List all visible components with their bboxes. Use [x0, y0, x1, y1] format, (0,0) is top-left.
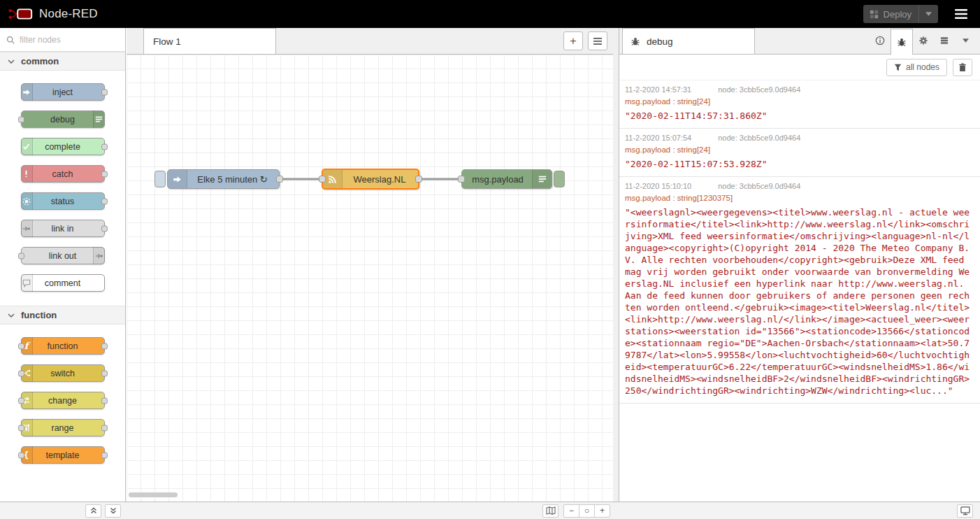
message-payload[interactable]: "<weerslagnl><weergegevens><titel>www.we… — [625, 206, 974, 397]
palette-node-link-out[interactable]: link out — [21, 247, 105, 264]
output-port[interactable] — [415, 176, 422, 183]
message-property[interactable]: msg.payload : string[24] — [625, 97, 974, 106]
debug-message[interactable]: 11-2-2020 15:10:10 node: 3cbb5ce9.0d9464… — [619, 177, 980, 404]
add-flow-button[interactable]: + — [563, 31, 583, 50]
debug-sidebar-tab[interactable] — [891, 29, 913, 55]
tab-debug[interactable]: debug — [622, 28, 755, 54]
palette-node-template[interactable]: { template — [21, 446, 105, 464]
tab-flow-1[interactable]: Flow 1 — [143, 28, 276, 54]
message-property[interactable]: msg.payload : string[1230375] — [625, 194, 974, 202]
message-node-id: node: 3cbb5ce9.0d9464 — [718, 134, 800, 142]
filter-funnel-icon — [894, 64, 902, 71]
palette-node-label: catch — [52, 169, 73, 179]
context-sidebar-tab[interactable] — [934, 29, 955, 51]
canvas-horizontal-scrollbar[interactable] — [129, 492, 611, 497]
wires-layer — [127, 55, 613, 502]
palette-node-comment[interactable]: comment — [21, 274, 105, 292]
output-port[interactable] — [276, 176, 283, 183]
exclamation-icon — [21, 165, 33, 183]
zoom-out-button[interactable]: − — [563, 504, 579, 518]
debug-message[interactable]: 11-2-2020 14:57:31 node: 3cbb5ce9.0d9464… — [619, 80, 980, 129]
flow-node-weerslag[interactable]: Weerslag.NL — [322, 169, 419, 190]
workspace-tabbar: Flow 1 + — [127, 28, 613, 55]
debug-message-list: 11-2-2020 14:57:31 node: 3cbb5ce9.0d9464… — [619, 80, 980, 502]
weerslag-node-label: Weerslag.NL — [354, 174, 406, 185]
palette-node-status[interactable]: status — [21, 192, 105, 210]
message-timestamp: 11-2-2020 15:10:10 — [625, 182, 691, 190]
palette-node-function[interactable]: f function — [21, 337, 105, 355]
status-dot-icon — [21, 192, 33, 210]
palette-node-switch[interactable]: switch — [21, 364, 105, 382]
inject-trigger-button[interactable] — [154, 171, 166, 187]
palette-node-range[interactable]: range — [21, 419, 105, 436]
repeat-indicator-icon: ↻ — [260, 174, 268, 185]
trash-icon — [958, 63, 967, 72]
double-chevron-down-icon — [110, 507, 117, 514]
flow-node-debug[interactable]: msg.payload — [461, 169, 552, 189]
node-red-logo-icon — [7, 6, 34, 22]
palette-node-label: complete — [45, 142, 80, 152]
monitor-icon — [960, 506, 970, 516]
lines-icon — [532, 170, 552, 188]
rss-feed-icon — [323, 170, 343, 188]
search-icon — [6, 36, 15, 44]
collapse-all-categories-button[interactable] — [85, 504, 101, 518]
palette-category-common[interactable]: common — [0, 52, 125, 71]
clear-debug-button[interactable] — [953, 59, 972, 76]
info-icon — [875, 36, 885, 45]
open-debug-window-button[interactable] — [957, 504, 973, 518]
main-menu-button[interactable] — [952, 6, 970, 22]
app-title: Node-RED — [39, 7, 98, 21]
palette-node-catch[interactable]: catch — [21, 165, 105, 183]
palette-node-debug[interactable]: debug — [21, 111, 105, 128]
expand-all-categories-button[interactable] — [105, 504, 121, 518]
config-sidebar-tab[interactable] — [913, 29, 934, 51]
inject-arrow-icon — [168, 170, 187, 188]
zoom-controls: − ○ + — [563, 504, 610, 518]
output-port — [101, 143, 108, 150]
palette-node-link-in[interactable]: link in — [21, 220, 105, 237]
plus-icon: + — [570, 35, 576, 48]
palette-search — [0, 28, 125, 52]
layers-icon — [939, 36, 949, 45]
deploy-button[interactable]: Deploy — [863, 5, 938, 23]
flow-list-button[interactable] — [588, 31, 607, 50]
node-palette: common inject debug complete — [0, 28, 126, 502]
palette-node-label: function — [48, 341, 78, 351]
output-port — [101, 370, 108, 376]
debug-message[interactable]: 11-2-2020 15:07:54 node: 3cbb5ce9.0d9464… — [619, 129, 980, 177]
palette-filter-input[interactable] — [20, 35, 119, 45]
sidebar-tabbar: debug — [619, 28, 980, 55]
zoom-in-button[interactable]: + — [594, 504, 610, 518]
output-port — [101, 171, 108, 177]
navigator-button[interactable] — [542, 504, 559, 518]
palette-node-complete[interactable]: complete — [21, 138, 105, 155]
map-icon — [546, 506, 556, 515]
message-payload[interactable]: "2020-02-11T15:07:53.928Z" — [625, 158, 974, 170]
node-label: Elke 5 minuten ↻ — [197, 174, 268, 185]
sidebar-tab-label: debug — [647, 36, 673, 47]
message-property[interactable]: msg.payload : string[24] — [625, 145, 974, 154]
palette-node-inject[interactable]: inject — [21, 83, 105, 101]
info-sidebar-tab[interactable] — [870, 29, 891, 51]
sidebar-options-button[interactable] — [955, 29, 976, 51]
message-payload[interactable]: "2020-02-11T14:57:31.860Z" — [625, 110, 974, 122]
deploy-options-button[interactable] — [918, 5, 938, 23]
debug-toggle-button[interactable] — [554, 171, 565, 187]
output-port — [101, 452, 108, 458]
debug-filter-button[interactable]: all nodes — [886, 59, 947, 76]
palette-node-label: debug — [50, 115, 75, 125]
palette-node-label: comment — [45, 278, 80, 288]
debug-node-label: msg.payload — [472, 174, 524, 185]
palette-node-change[interactable]: change — [21, 392, 105, 409]
input-port[interactable] — [319, 176, 326, 183]
bug-icon — [630, 36, 640, 46]
flow-canvas[interactable]: Elke 5 minuten ↻ Weerslag.NL msg.payload — [127, 55, 613, 502]
palette-category-function[interactable]: function — [0, 306, 125, 325]
input-port[interactable] — [458, 176, 465, 183]
scrollbar-thumb[interactable] — [129, 492, 178, 497]
zoom-reset-button[interactable]: ○ — [579, 504, 595, 518]
flow-node-inject[interactable]: Elke 5 minuten ↻ — [167, 169, 280, 189]
sidebar-splitter[interactable] — [613, 28, 619, 502]
input-port — [18, 397, 24, 404]
